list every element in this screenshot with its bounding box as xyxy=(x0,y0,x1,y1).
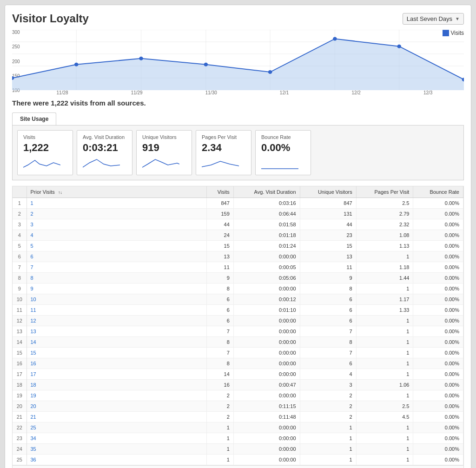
cell-visits: 14 xyxy=(207,369,233,380)
cell-prior[interactable]: 12 xyxy=(26,316,207,326)
cell-avg-dur: 0:00:00 xyxy=(233,251,300,262)
stat-value-unique: 919 xyxy=(142,142,186,154)
table-row: 12 12 6 0:00:00 6 1 0.00% xyxy=(13,316,463,326)
cell-prior[interactable]: 7 xyxy=(26,262,207,273)
cell-avg-dur: 0:06:44 xyxy=(233,209,300,219)
cell-bounce: 0.00% xyxy=(413,337,463,348)
cell-ppv: 1 xyxy=(356,283,413,294)
cell-num: 20 xyxy=(13,401,26,412)
cell-prior[interactable]: 21 xyxy=(26,412,207,422)
cell-prior[interactable]: 11 xyxy=(26,305,207,316)
cell-prior[interactable]: 5 xyxy=(26,241,207,251)
cell-prior[interactable]: 8 xyxy=(26,273,207,283)
stat-label-visits: Visits xyxy=(23,134,67,140)
cell-prior[interactable]: 36 xyxy=(26,455,207,465)
cell-visits: 6 xyxy=(207,294,233,305)
cell-unique: 1 xyxy=(300,433,356,444)
cell-prior[interactable]: 20 xyxy=(26,401,207,412)
cell-avg-dur: 0:00:05 xyxy=(233,262,300,273)
summary-text: There were 1,222 visits from all sources… xyxy=(12,99,464,107)
cell-avg-dur: 0:00:00 xyxy=(233,348,300,358)
cell-prior[interactable]: 18 xyxy=(26,380,207,390)
cell-bounce: 0.00% xyxy=(413,316,463,326)
stats-cards: Visits 1,222 Avg. Visit Duration 0:03:21… xyxy=(17,130,459,175)
col-header-bounce: Bounce Rate xyxy=(413,186,463,198)
cell-num: 17 xyxy=(13,369,26,380)
cell-prior[interactable]: 14 xyxy=(26,337,207,348)
cell-visits: 13 xyxy=(207,251,233,262)
cell-bounce: 0.00% xyxy=(413,401,463,412)
cell-ppv: 1.33 xyxy=(356,305,413,316)
cell-prior[interactable]: 15 xyxy=(26,348,207,358)
stat-value-bounce: 0.00% xyxy=(261,142,305,154)
cell-ppv: 1 xyxy=(356,358,413,369)
tab-site-usage[interactable]: Site Usage xyxy=(12,112,56,125)
cell-num: 19 xyxy=(13,390,26,401)
cell-visits: 6 xyxy=(207,316,233,326)
cell-prior[interactable]: 19 xyxy=(26,390,207,401)
cell-prior[interactable]: 9 xyxy=(26,283,207,294)
cell-ppv: 1 xyxy=(356,433,413,444)
cell-unique: 847 xyxy=(300,198,356,209)
cell-prior[interactable]: 17 xyxy=(26,369,207,380)
stat-label-bounce: Bounce Rate xyxy=(261,134,305,140)
cell-visits: 1 xyxy=(207,444,233,455)
cell-prior[interactable]: 13 xyxy=(26,326,207,337)
cell-num: 9 xyxy=(13,283,26,294)
cell-ppv: 2.32 xyxy=(356,219,413,230)
cell-unique: 3 xyxy=(300,380,356,390)
table-row: 24 35 1 0:00:00 1 1 0.00% xyxy=(13,444,463,455)
cell-prior[interactable]: 16 xyxy=(26,358,207,369)
cell-visits: 1 xyxy=(207,422,233,433)
col-header-ppv: Pages Per Visit xyxy=(356,186,413,198)
stat-card-ppv: Pages Per Visit 2.34 xyxy=(196,130,251,175)
cell-bounce: 0.00% xyxy=(413,433,463,444)
cell-ppv: 1 xyxy=(356,444,413,455)
table-header-row: Prior Visits ↑↓ Visits Avg. Visit Durati… xyxy=(13,186,463,198)
cell-visits: 2 xyxy=(207,401,233,412)
tabs-bar: Site Usage xyxy=(12,112,464,125)
cell-num: 2 xyxy=(13,209,26,219)
chevron-down-icon: ▼ xyxy=(455,16,460,21)
cell-prior[interactable]: 4 xyxy=(26,230,207,241)
cell-prior[interactable]: 1 xyxy=(26,198,207,209)
cell-unique: 8 xyxy=(300,283,356,294)
cell-num: 11 xyxy=(13,305,26,316)
svg-point-13 xyxy=(74,63,79,66)
col-header-prior-visits[interactable]: Prior Visits ↑↓ xyxy=(26,186,207,198)
cell-avg-dur: 0:03:16 xyxy=(233,198,300,209)
cell-bounce: 0.00% xyxy=(413,251,463,262)
col-header-visits: Visits xyxy=(207,186,233,198)
header-row: Visitor Loyalty Last Seven Days ▼ xyxy=(12,12,464,25)
cell-prior[interactable]: 25 xyxy=(26,422,207,433)
cell-num: 10 xyxy=(13,294,26,305)
table-row: 6 6 13 0:00:00 13 1 0.00% xyxy=(13,251,463,262)
cell-prior[interactable]: 10 xyxy=(26,294,207,305)
cell-avg-dur: 0:11:15 xyxy=(233,401,300,412)
cell-visits: 24 xyxy=(207,230,233,241)
cell-bounce: 0.00% xyxy=(413,326,463,337)
cell-prior[interactable]: 6 xyxy=(26,251,207,262)
cell-prior[interactable]: 3 xyxy=(26,219,207,230)
cell-bounce: 0.00% xyxy=(413,358,463,369)
cell-visits: 1 xyxy=(207,433,233,444)
cell-bounce: 0.00% xyxy=(413,262,463,273)
cell-prior[interactable]: 35 xyxy=(26,444,207,455)
table-row: 25 36 1 0:00:00 1 1 0.00% xyxy=(13,455,463,465)
cell-num: 13 xyxy=(13,326,26,337)
cell-bounce: 0.00% xyxy=(413,273,463,283)
cell-prior[interactable]: 2 xyxy=(26,209,207,219)
table-row: 3 3 44 0:01:58 44 2.32 0.00% xyxy=(13,219,463,230)
sort-icons[interactable]: ↑↓ xyxy=(58,190,62,195)
cell-num: 15 xyxy=(13,348,26,358)
date-filter-dropdown[interactable]: Last Seven Days ▼ xyxy=(403,13,464,25)
cell-bounce: 0.00% xyxy=(413,348,463,358)
cell-visits: 44 xyxy=(207,219,233,230)
cell-visits: 847 xyxy=(207,198,233,209)
cell-prior[interactable]: 34 xyxy=(26,433,207,444)
cell-unique: 2 xyxy=(300,390,356,401)
cell-num: 14 xyxy=(13,337,26,348)
table-row: 20 20 2 0:11:15 2 2.5 0.00% xyxy=(13,401,463,412)
cell-ppv: 4.5 xyxy=(356,412,413,422)
cell-num: 21 xyxy=(13,412,26,422)
